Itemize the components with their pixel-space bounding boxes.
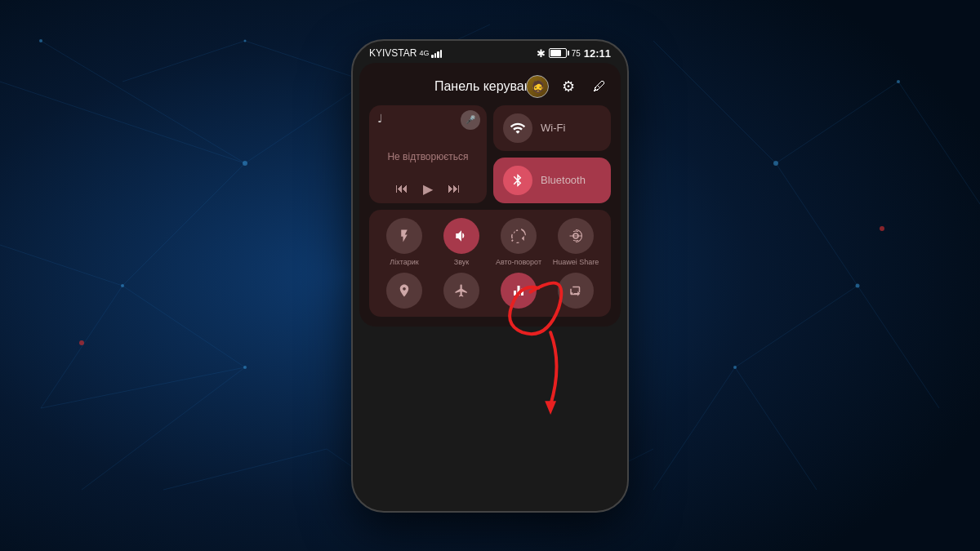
- autorotate-icon: [501, 218, 537, 254]
- carrier-name: KYIVSTAR: [369, 47, 416, 59]
- network-type: 4G: [419, 49, 429, 57]
- media-tile[interactable]: ♩ 🎤 Не відтворюється ⏮ ▶ ⏭: [369, 105, 487, 203]
- svg-point-29: [773, 161, 778, 166]
- equalizer-icon: [501, 273, 537, 309]
- svg-point-34: [79, 340, 84, 345]
- svg-point-32: [733, 366, 737, 369]
- right-tiles: Wi-Fi Bluetooth: [493, 105, 611, 203]
- svg-point-33: [244, 40, 247, 42]
- wifi-icon-circle: [503, 113, 532, 143]
- svg-point-26: [39, 39, 42, 42]
- music-note-icon: ♩: [377, 112, 383, 125]
- sound-label: Звук: [454, 258, 469, 267]
- autorotate-label: Авто-поворот: [496, 258, 541, 267]
- status-bar: KYIVSTAR 4G ✱ 75 12:11: [353, 41, 627, 63]
- svg-point-24: [243, 161, 247, 166]
- top-tiles: ♩ 🎤 Не відтворюється ⏮ ▶ ⏭: [369, 105, 611, 203]
- bluetooth-tile[interactable]: Bluetooth: [493, 158, 611, 203]
- wifi-tile[interactable]: Wi-Fi: [493, 105, 611, 151]
- control-panel-screen: Панель керування 🧔 ⚙ 🖊 ♩ 🎤: [359, 63, 621, 327]
- user-avatar[interactable]: 🧔: [526, 75, 549, 98]
- header-actions: 🧔 ⚙ 🖊: [526, 75, 611, 98]
- svg-point-30: [897, 80, 900, 83]
- equalizer-toggle[interactable]: [492, 273, 546, 309]
- bottom-tiles: Ліхтарик Звук Авто-поворот: [369, 210, 611, 318]
- signal-bars: [431, 48, 442, 58]
- bluetooth-status-icon: ✱: [537, 47, 546, 60]
- svg-point-25: [121, 284, 124, 287]
- settings-button[interactable]: ⚙: [557, 75, 580, 98]
- sound-icon: [443, 218, 479, 254]
- edit-icon: 🖊: [593, 79, 606, 94]
- svg-point-31: [856, 284, 860, 288]
- gear-icon: ⚙: [562, 78, 575, 96]
- bluetooth-icon: [510, 173, 525, 188]
- media-controls[interactable]: ⏮ ▶ ⏭: [369, 181, 487, 197]
- carrier-info: KYIVSTAR 4G: [369, 47, 442, 59]
- airplane-icon: [443, 273, 479, 309]
- status-right-icons: ✱ 75 12:11: [537, 47, 611, 60]
- flashlight-icon: [386, 218, 422, 254]
- quick-toggles-row2: [377, 273, 603, 309]
- edit-button[interactable]: 🖊: [588, 75, 611, 98]
- location-icon: [386, 273, 422, 309]
- huawei-share-toggle[interactable]: Huawei Share: [549, 218, 603, 267]
- svg-point-28: [243, 366, 247, 369]
- phone-screen: KYIVSTAR 4G ✱ 75 12:11: [351, 39, 629, 513]
- play-pause-button[interactable]: ▶: [423, 181, 433, 197]
- prev-track-button[interactable]: ⏮: [395, 181, 408, 197]
- mic-icon: 🎤: [461, 110, 480, 130]
- flashlight-toggle[interactable]: Ліхтарик: [377, 218, 431, 267]
- quick-toggles-row1: Ліхтарик Звук Авто-поворот: [377, 218, 603, 267]
- autorotate-toggle[interactable]: Авто-поворот: [492, 218, 546, 267]
- battery-indicator: 75: [549, 48, 581, 58]
- airplane-toggle[interactable]: [434, 273, 488, 309]
- huawei-share-label: Huawei Share: [553, 258, 599, 267]
- huawei-share-icon: [558, 218, 594, 254]
- phone-mockup: KYIVSTAR 4G ✱ 75 12:11: [351, 39, 629, 513]
- wifi-icon: [510, 120, 526, 136]
- svg-marker-37: [545, 401, 556, 415]
- battery-percent: 75: [572, 49, 581, 58]
- location-toggle[interactable]: [377, 273, 431, 309]
- clock: 12:11: [584, 47, 611, 60]
- wifi-label: Wi-Fi: [541, 122, 565, 134]
- sound-toggle[interactable]: Звук: [434, 218, 488, 267]
- panel-header: Панель керування 🧔 ⚙ 🖊: [369, 73, 611, 105]
- not-playing-text: Не відтворюється: [387, 150, 468, 162]
- bluetooth-label: Bluetooth: [541, 174, 586, 186]
- bluetooth-icon-circle: [503, 166, 532, 195]
- svg-point-35: [880, 226, 884, 231]
- screenshot-toggle[interactable]: [549, 273, 603, 309]
- flashlight-label: Ліхтарик: [390, 258, 418, 267]
- screenshot-icon: [558, 273, 594, 309]
- next-track-button[interactable]: ⏭: [448, 181, 461, 197]
